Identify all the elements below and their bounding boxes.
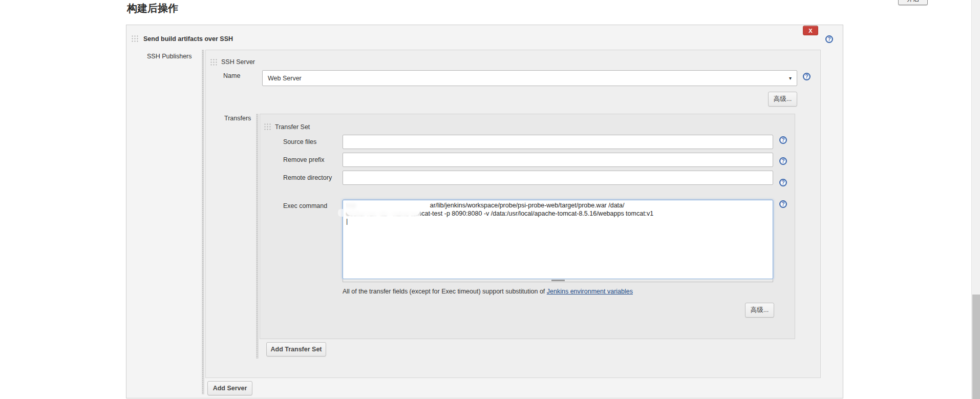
jenkins-env-vars-link[interactable]: Jenkins environment variables [547,288,633,295]
ssh-server-title: SSH Server [221,58,255,66]
transfer-chunk-drag-bar[interactable] [256,114,259,359]
source-files-label: Source files [283,138,316,145]
jenkins-config-page: 构建后操作 开启 Send build artifacts over SSH X… [0,0,980,399]
delete-publisher-button[interactable]: X [803,26,818,35]
remove-prefix-input[interactable] [343,153,773,167]
ssh-publishers-label: SSH Publishers [147,53,192,60]
transfers-label: Transfers [224,115,251,122]
transfer-note: All of the transfer fields (except for E… [343,288,633,295]
help-icon[interactable]: ? [779,179,787,186]
source-files-input[interactable] [343,135,773,149]
page-title: 构建后操作 [127,2,178,15]
drag-handle-icon[interactable] [264,123,271,131]
transfer-set-title: Transfer Set [275,123,310,131]
top-right-partial-button[interactable]: 开启 [898,0,928,5]
publisher-title: Send build artifacts over SSH [143,35,233,43]
top-right-partial-button-label: 开启 [907,0,919,4]
server-chunk-drag-bar[interactable] [202,50,204,394]
transfer-advanced-button[interactable]: 高级... [745,303,774,318]
server-name-select[interactable]: Web Server ▾ [262,70,797,86]
vertical-scrollbar[interactable] [971,0,980,399]
help-icon[interactable]: ? [779,157,787,165]
remote-directory-label: Remote directory [283,174,332,181]
textarea-resize-handle[interactable] [343,279,773,282]
server-advanced-button[interactable]: 高级... [768,92,797,107]
help-icon[interactable]: ? [779,136,787,144]
redaction-blur [346,200,420,216]
server-name-value: Web Server [268,75,302,82]
scrollbar-thumb[interactable] [972,295,980,399]
add-server-button[interactable]: Add Server [207,381,252,395]
remote-directory-input[interactable] [343,171,773,185]
resize-grip-icon [551,280,565,281]
help-icon[interactable]: ? [803,73,811,80]
drag-handle-icon[interactable] [131,35,139,43]
chevron-down-icon: ▾ [789,75,792,81]
help-icon[interactable]: ? [779,200,787,208]
close-icon: X [808,28,812,34]
add-transfer-set-button[interactable]: Add Transfer Set [266,342,326,356]
exec-command-label: Exec command [283,202,327,209]
help-icon[interactable]: ? [825,35,833,43]
drag-handle-icon[interactable] [210,58,218,66]
text-cursor: | [346,218,770,226]
remove-prefix-label: Remove prefix [283,156,325,163]
name-label: Name [223,72,240,79]
